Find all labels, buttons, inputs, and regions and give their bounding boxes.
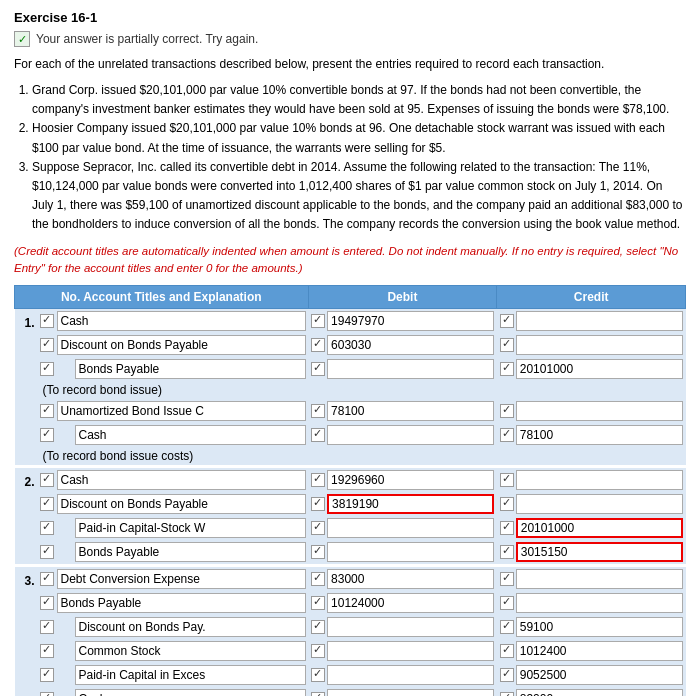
debit-input[interactable]: [327, 518, 494, 538]
account-checkbox[interactable]: [40, 620, 54, 634]
instruction-text: For each of the unrelated transactions d…: [14, 55, 686, 73]
account-input[interactable]: [57, 311, 307, 331]
account-input[interactable]: [75, 359, 307, 379]
credit-checkbox[interactable]: [500, 596, 514, 610]
debit-checkbox[interactable]: [311, 428, 325, 442]
credit-checkbox[interactable]: [500, 620, 514, 634]
credit-checkbox[interactable]: [500, 692, 514, 696]
account-input[interactable]: [57, 593, 307, 613]
credit-checkbox[interactable]: [500, 362, 514, 376]
credit-input[interactable]: [516, 617, 683, 637]
debit-checkbox[interactable]: [311, 596, 325, 610]
credit-input[interactable]: [516, 518, 683, 538]
credit-input[interactable]: [516, 593, 683, 613]
debit-checkbox[interactable]: [311, 620, 325, 634]
credit-checkbox[interactable]: [500, 428, 514, 442]
debit-checkbox[interactable]: [311, 572, 325, 586]
debit-input[interactable]: [327, 425, 494, 445]
account-checkbox[interactable]: [40, 314, 54, 328]
credit-input[interactable]: [516, 641, 683, 661]
debit-checkbox[interactable]: [311, 521, 325, 535]
credit-input[interactable]: [516, 494, 683, 514]
account-checkbox[interactable]: [40, 572, 54, 586]
credit-input[interactable]: [516, 359, 683, 379]
col-header-debit: Debit: [308, 286, 497, 309]
credit-checkbox[interactable]: [500, 497, 514, 511]
account-input[interactable]: [57, 401, 307, 421]
table-row: [15, 492, 686, 516]
credit-checkbox[interactable]: [500, 644, 514, 658]
debit-input[interactable]: [327, 542, 494, 562]
account-input[interactable]: [57, 335, 307, 355]
table-row: [15, 591, 686, 615]
debit-input[interactable]: [327, 665, 494, 685]
credit-checkbox[interactable]: [500, 521, 514, 535]
debit-checkbox[interactable]: [311, 644, 325, 658]
account-checkbox[interactable]: [40, 545, 54, 559]
table-row: [15, 423, 686, 447]
debit-checkbox[interactable]: [311, 338, 325, 352]
account-checkbox[interactable]: [40, 521, 54, 535]
debit-input[interactable]: [327, 569, 494, 589]
debit-input[interactable]: [327, 617, 494, 637]
credit-checkbox[interactable]: [500, 314, 514, 328]
credit-input[interactable]: [516, 335, 683, 355]
account-input[interactable]: [75, 665, 307, 685]
debit-checkbox[interactable]: [311, 497, 325, 511]
account-input[interactable]: [75, 617, 307, 637]
credit-checkbox[interactable]: [500, 572, 514, 586]
debit-checkbox[interactable]: [311, 473, 325, 487]
account-checkbox[interactable]: [40, 404, 54, 418]
credit-checkbox[interactable]: [500, 404, 514, 418]
table-row: [15, 663, 686, 687]
debit-checkbox[interactable]: [311, 362, 325, 376]
account-input[interactable]: [75, 425, 307, 445]
credit-note: (Credit account titles are automatically…: [14, 243, 686, 278]
account-input[interactable]: [57, 494, 307, 514]
entry-number: [19, 409, 37, 413]
debit-input[interactable]: [327, 689, 494, 696]
account-checkbox[interactable]: [40, 644, 54, 658]
account-input[interactable]: [75, 689, 307, 696]
account-checkbox[interactable]: [40, 692, 54, 696]
credit-input[interactable]: [516, 401, 683, 421]
account-checkbox[interactable]: [40, 362, 54, 376]
credit-checkbox[interactable]: [500, 668, 514, 682]
debit-input[interactable]: [327, 470, 494, 490]
credit-input[interactable]: [516, 425, 683, 445]
credit-input[interactable]: [516, 569, 683, 589]
credit-input[interactable]: [516, 470, 683, 490]
account-checkbox[interactable]: [40, 596, 54, 610]
account-checkbox[interactable]: [40, 473, 54, 487]
account-input[interactable]: [75, 518, 307, 538]
account-input[interactable]: [57, 569, 307, 589]
account-checkbox[interactable]: [40, 497, 54, 511]
debit-checkbox[interactable]: [311, 545, 325, 559]
journal-table: No. Account Titles and Explanation Debit…: [14, 285, 686, 696]
debit-input[interactable]: [327, 494, 494, 514]
debit-checkbox[interactable]: [311, 314, 325, 328]
credit-input[interactable]: [516, 311, 683, 331]
credit-checkbox[interactable]: [500, 545, 514, 559]
debit-input[interactable]: [327, 641, 494, 661]
account-input[interactable]: [75, 542, 307, 562]
debit-checkbox[interactable]: [311, 668, 325, 682]
debit-input[interactable]: [327, 311, 494, 331]
account-checkbox[interactable]: [40, 338, 54, 352]
debit-input[interactable]: [327, 359, 494, 379]
debit-input[interactable]: [327, 335, 494, 355]
debit-checkbox[interactable]: [311, 692, 325, 696]
account-input[interactable]: [75, 641, 307, 661]
credit-input[interactable]: [516, 542, 683, 562]
credit-input[interactable]: [516, 665, 683, 685]
account-checkbox[interactable]: [40, 428, 54, 442]
debit-input[interactable]: [327, 401, 494, 421]
credit-checkbox[interactable]: [500, 473, 514, 487]
credit-checkbox[interactable]: [500, 338, 514, 352]
partial-correct-message: Your answer is partially correct. Try ag…: [36, 32, 258, 46]
account-input[interactable]: [57, 470, 307, 490]
credit-input[interactable]: [516, 689, 683, 696]
debit-checkbox[interactable]: [311, 404, 325, 418]
account-checkbox[interactable]: [40, 668, 54, 682]
debit-input[interactable]: [327, 593, 494, 613]
